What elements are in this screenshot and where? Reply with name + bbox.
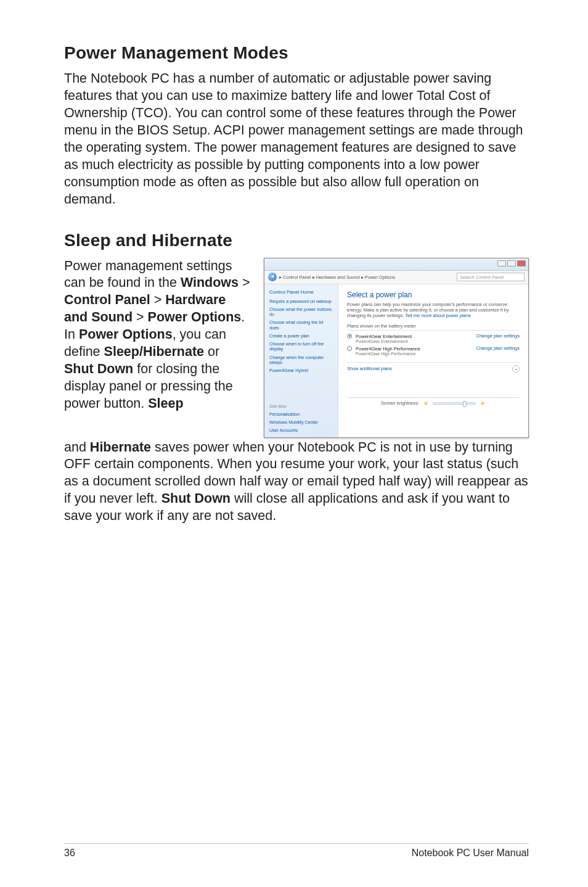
text-bold-shut-down: Shut Down [64, 361, 133, 376]
page-number: 36 [64, 848, 75, 859]
change-plan-link[interactable]: Change plan settings [476, 333, 520, 339]
text-segment: and [64, 440, 90, 455]
page-footer: 36 Notebook PC User Manual [64, 843, 529, 859]
radio-selected[interactable] [347, 334, 352, 339]
show-more-row[interactable]: Show additional plans ⌄ [347, 362, 520, 373]
sidebar-link[interactable]: Power4Gear Hybrid [269, 368, 333, 373]
sidebar-link[interactable]: Create a power plan [269, 334, 333, 339]
text-bold-control-panel: Control Panel [64, 292, 150, 307]
sun-dim-icon [423, 400, 429, 406]
heading-power-management: Power Management Modes [64, 43, 529, 63]
change-plan-link[interactable]: Change plan settings [476, 345, 520, 351]
text-segment: > [150, 292, 166, 307]
breadcrumb[interactable]: ▸ Control Panel ▸ Hardware and Sound ▸ P… [279, 274, 395, 280]
sidebar-link[interactable]: Choose when to turn off the display [269, 342, 333, 352]
power-options-screenshot: ▸ Control Panel ▸ Hardware and Sound ▸ P… [264, 258, 529, 438]
see-also-link[interactable]: User Accounts [269, 428, 333, 433]
sidebar-home-link[interactable]: Control Panel Home [269, 289, 333, 295]
chevron-down-icon: ⌄ [512, 365, 520, 373]
brightness-row: Screen brightness: [347, 397, 520, 410]
text-bold-hibernate: Hibernate [90, 440, 151, 455]
sidebar: Control Panel Home Require a password on… [264, 284, 338, 437]
heading-sleep-hibernate: Sleep and Hibernate [64, 231, 529, 250]
plan-row: Power4Gear Entertainment Power4Gear Ente… [347, 333, 520, 344]
plan-label: Power4Gear Entertainment [356, 334, 412, 339]
sidebar-link[interactable]: Choose what the power buttons do [269, 307, 333, 318]
show-more-label: Show additional plans [347, 366, 392, 371]
search-input[interactable]: Search Control Panel [457, 273, 525, 281]
text-bold-shut-down-2: Shut Down [161, 491, 231, 506]
close-button[interactable] [517, 260, 526, 266]
plan-group-label: Plans shown on the battery meter [347, 323, 520, 331]
paragraph-sleep-intro: Power management settings can be found i… [64, 258, 251, 413]
see-also-label: See also [269, 403, 333, 409]
main-description: Power plans can help you maximize your c… [347, 302, 520, 318]
slider-thumb[interactable] [463, 401, 467, 407]
plan-sublabel: Power4Gear Entertainment [356, 339, 412, 344]
see-also-link[interactable]: Windows Mobility Center [269, 420, 333, 425]
sidebar-link[interactable]: Choose what closing the lid does [269, 320, 333, 331]
plan-label: Power4Gear High Performance [356, 346, 420, 352]
sidebar-link[interactable]: Change when the computer sleeps [269, 355, 333, 366]
window-titlebar [264, 258, 528, 271]
brightness-slider[interactable] [433, 402, 476, 405]
paragraph-power-management: The Notebook PC has a number of automati… [64, 70, 529, 208]
address-bar: ▸ Control Panel ▸ Hardware and Sound ▸ P… [264, 271, 528, 284]
main-panel: Select a power plan Power plans can help… [338, 284, 528, 437]
plan-sublabel: Power4Gear High Performance [356, 352, 420, 356]
brightness-label: Screen brightness: [381, 400, 420, 406]
see-also-link[interactable]: Personalization [269, 412, 333, 417]
radio-unselected[interactable] [347, 346, 352, 351]
sun-bright-icon [480, 400, 486, 406]
learn-more-link[interactable]: Tell me more about power plans [406, 313, 471, 318]
text-segment: > [133, 310, 148, 324]
search-placeholder: Search Control Panel [460, 274, 504, 280]
text-segment: or [204, 344, 219, 359]
plan-row: Power4Gear High Performance Power4Gear H… [347, 345, 520, 356]
text-bold-sleep: Sleep [148, 396, 183, 411]
manual-title: Notebook PC User Manual [412, 848, 529, 859]
text-segment: > [239, 275, 250, 290]
text-bold-power-options: Power Options [148, 310, 242, 324]
main-title: Select a power plan [347, 291, 520, 299]
maximize-button[interactable] [507, 260, 516, 266]
text-bold-power-options-2: Power Options [79, 327, 173, 342]
paragraph-sleep-continued: and Hibernate saves power when your Note… [64, 439, 529, 526]
minimize-button[interactable] [497, 260, 506, 266]
text-bold-sleep-hibernate: Sleep/Hibernate [104, 344, 205, 359]
text-bold-windows: Windows [181, 275, 239, 290]
sidebar-link[interactable]: Require a password on wakeup [269, 299, 333, 304]
back-button[interactable] [268, 273, 277, 281]
